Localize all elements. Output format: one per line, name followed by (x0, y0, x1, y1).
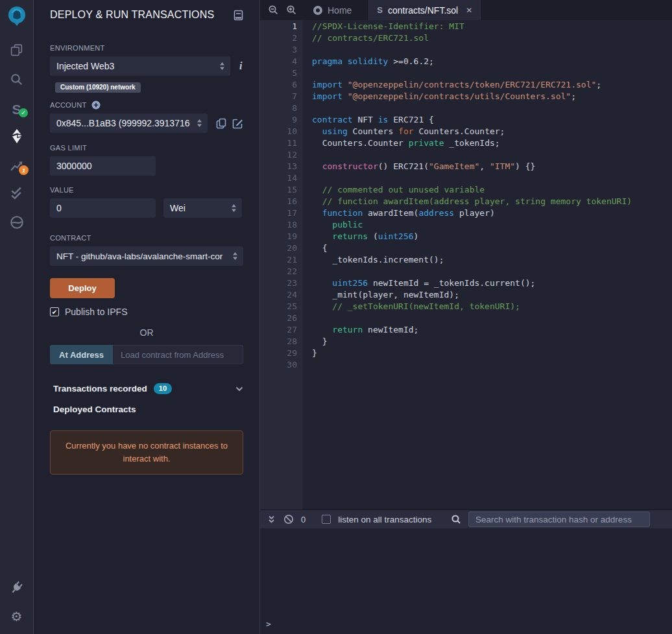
sidebar-item-sourcify[interactable] (0, 215, 33, 230)
code-line: import "@openzeppelin/contracts/token/ER… (312, 79, 672, 91)
clear-terminal-icon[interactable] (283, 514, 294, 524)
sourcify-sphere-icon (9, 215, 25, 230)
line-number: 26 (260, 312, 302, 324)
code-line: pragma solidity >=0.6.2; (312, 56, 672, 67)
copy-account-icon[interactable] (216, 118, 226, 129)
plug-icon (6, 577, 27, 598)
line-number: 30 (260, 359, 302, 371)
sidebar-item-file-explorer[interactable] (0, 43, 33, 58)
sidebar-item-settings[interactable]: ⚙ (0, 609, 33, 624)
sidebar-item-search[interactable] (0, 72, 33, 87)
sidebar-item-deploy-run[interactable] (0, 128, 33, 145)
select-stepper-icon (232, 252, 238, 261)
transactions-recorded-row[interactable]: Transactions recorded 10 (50, 383, 243, 394)
code-line: // commented out unused variable (312, 184, 672, 196)
code-line: // contracts/ERC721.sol (312, 32, 672, 44)
sidebar-item-unit-testing[interactable] (0, 185, 33, 200)
tab-home-label: Home (328, 5, 352, 16)
code-line: constructor() ERC721("GameItem", "ITM") … (312, 161, 672, 172)
line-number: 7 (260, 91, 302, 102)
value-unit-select[interactable]: Wei (163, 198, 242, 218)
line-number: 17 (260, 207, 302, 219)
contract-select[interactable]: NFT - github/ava-labs/avalanche-smart-co… (50, 246, 243, 266)
code-line: uint256 newItemId = _tokenIds.current(); (312, 277, 672, 289)
tab-bar: Home S contracts/NFT.sol ✕ (260, 0, 672, 20)
add-account-icon[interactable] (91, 100, 101, 110)
editor-gutter: 1234567891011121314151617181920212223242… (260, 20, 302, 510)
select-stepper-icon (197, 119, 202, 128)
line-number: 16 (260, 196, 302, 207)
code-line: function awardItem(address player) (312, 207, 672, 219)
environment-info-icon[interactable]: i (239, 60, 242, 72)
gas-limit-value: 3000000 (56, 161, 92, 171)
documentation-book-icon[interactable] (234, 10, 243, 21)
sidebar-item-static-analysis[interactable]: 1 (0, 157, 33, 175)
chevron-down-icon[interactable] (235, 386, 243, 392)
terminal-content[interactable]: > (260, 528, 672, 634)
deployed-contracts-heading: Deployed Contracts (50, 405, 243, 414)
zoom-in-button[interactable] (282, 0, 300, 20)
gear-icon: ⚙ (11, 609, 23, 624)
tab-home[interactable]: Home (304, 0, 361, 20)
code-editor: 1234567891011121314151617181920212223242… (260, 20, 672, 510)
publish-ipfs-label: Publish to IPFS (65, 307, 128, 317)
editor-code[interactable]: //SPDX-License-Identifier: MIT// contrac… (302, 20, 672, 510)
line-number: 11 (260, 137, 302, 149)
icon-rail: S ✓ 1 ⚙ (0, 0, 34, 634)
remix-logo[interactable] (0, 4, 33, 29)
sidebar-item-plugin-manager[interactable] (0, 580, 33, 595)
or-divider: OR (50, 327, 243, 338)
value-amount: 0 (56, 203, 62, 213)
double-check-icon (9, 185, 24, 200)
gas-limit-input[interactable]: 3000000 (50, 156, 156, 176)
line-number: 9 (260, 114, 302, 126)
code-line: contract NFT is ERC721 { (312, 114, 672, 126)
tab-nft-sol-label: contracts/NFT.sol (388, 5, 458, 16)
code-line: return newItemId; (312, 324, 672, 336)
deploy-button[interactable]: Deploy (50, 278, 115, 298)
value-input[interactable]: 0 (50, 198, 156, 218)
deploy-panel: DEPLOY & RUN TRANSACTIONS ENVIRONMENT In… (34, 0, 259, 634)
at-address-button[interactable]: At Address (50, 345, 113, 364)
account-select[interactable]: 0x845...B1aB3 (999992.3913716 (50, 113, 208, 133)
search-icon (9, 72, 24, 87)
sidebar-item-solidity-compiler[interactable]: S ✓ (0, 99, 33, 119)
value-unit: Wei (170, 203, 186, 213)
select-stepper-icon (219, 62, 225, 71)
line-number: 8 (260, 102, 302, 114)
zoom-in-icon (286, 5, 297, 16)
publish-ipfs-checkbox[interactable]: ✔ (50, 307, 59, 316)
at-address-input[interactable] (113, 345, 243, 364)
close-tab-icon[interactable]: ✕ (466, 6, 472, 15)
line-number: 18 (260, 219, 302, 231)
transactions-recorded-label: Transactions recorded (53, 384, 147, 393)
code-line: // _setTokenURI(newItemId, tokenURI); (312, 301, 672, 312)
network-badge: Custom (10920) network (55, 82, 141, 93)
code-line: _tokenIds.increment(); (312, 254, 672, 266)
environment-select[interactable]: Injected Web3 (50, 56, 230, 76)
code-line: // function awardItem(address player, st… (312, 196, 672, 207)
terminal-search-input[interactable] (468, 511, 650, 527)
collapse-terminal-icon[interactable] (267, 514, 276, 524)
tab-nft-sol[interactable]: S contracts/NFT.sol ✕ (367, 0, 482, 20)
account-label: ACCOUNT (50, 101, 87, 109)
code-line: _mint(player, newItemId); (312, 289, 672, 301)
line-number: 25 (260, 301, 302, 312)
line-number: 22 (260, 266, 302, 277)
code-line (312, 266, 672, 277)
no-instances-alert: Currently you have no contract instances… (50, 430, 243, 475)
zoom-out-button[interactable] (264, 0, 282, 20)
terminal-toolbar: 0 ✔ listen on all transactions (260, 510, 672, 528)
line-number: 24 (260, 289, 302, 301)
zoom-out-icon (268, 5, 279, 16)
listen-transactions-checkbox[interactable]: ✔ (322, 515, 331, 524)
code-line: } (312, 347, 672, 359)
files-icon (9, 43, 24, 58)
analysis-count-badge: 1 (19, 165, 29, 175)
compiler-success-badge: ✓ (19, 108, 28, 117)
edit-account-icon[interactable] (232, 118, 243, 129)
code-line (312, 312, 672, 324)
publish-ipfs-row[interactable]: ✔ Publish to IPFS (50, 307, 243, 317)
code-line (312, 44, 672, 56)
home-remix-icon (313, 6, 322, 15)
